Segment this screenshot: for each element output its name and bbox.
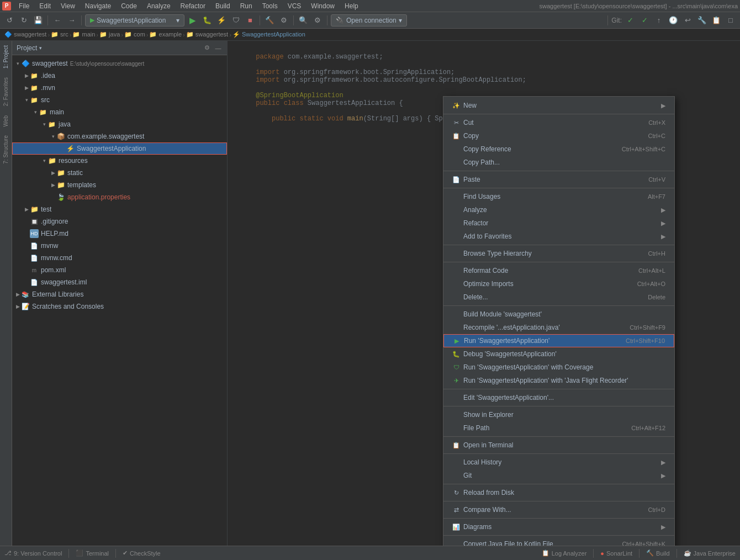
- version-control-tab[interactable]: ⎇ 9: Version Control: [4, 550, 62, 557]
- coverage-button[interactable]: 🛡: [230, 14, 242, 27]
- tree-properties[interactable]: ▶ 🍃 application.properties: [12, 191, 227, 203]
- breadcrumb-src[interactable]: 📁 src: [51, 31, 68, 38]
- ctx-local-history[interactable]: Local History ▶: [443, 456, 674, 469]
- git-history[interactable]: 🕐: [667, 14, 679, 27]
- tree-mvnw[interactable]: ▶ 📄 mvnw: [12, 240, 227, 252]
- ctx-edit-config[interactable]: Edit 'SwaggertestApplication'...: [443, 391, 674, 404]
- tree-idea[interactable]: ▶ 📁 .idea: [12, 70, 227, 82]
- menu-refactor[interactable]: Refactor: [176, 1, 210, 11]
- breadcrumb-swaggertest[interactable]: 🔷 swaggertest: [4, 31, 46, 38]
- tree-root[interactable]: ▾ 🔷 swaggertest E:\study\opensource\swag…: [12, 57, 227, 70]
- java-enterprise-tab[interactable]: ☕ Java Enterprise: [684, 550, 736, 557]
- tree-templates[interactable]: ▶ 📁 templates: [12, 179, 227, 191]
- menu-code[interactable]: Code: [117, 1, 141, 11]
- menu-help[interactable]: Help: [340, 1, 363, 11]
- ctx-file-path[interactable]: File Path Ctrl+Alt+F12: [443, 421, 674, 435]
- ctx-find-usages[interactable]: Find Usages Alt+F7: [443, 190, 674, 203]
- toolbar-forward[interactable]: ↻: [18, 14, 30, 27]
- stop-button[interactable]: ■: [244, 14, 256, 27]
- settings-btn[interactable]: ⚙: [311, 14, 324, 27]
- tree-helpmd[interactable]: ▶ HD HELP.md: [12, 228, 227, 240]
- menu-edit[interactable]: Edit: [35, 1, 55, 11]
- tree-pom[interactable]: ▶ m pom.xml: [12, 264, 227, 276]
- tree-static[interactable]: ▶ 📁 static: [12, 167, 227, 179]
- menu-window[interactable]: Window: [306, 1, 339, 11]
- ctx-copy-reference[interactable]: Copy Reference Ctrl+Alt+Shift+C: [443, 142, 674, 156]
- build-project-btn[interactable]: 🔨: [263, 14, 276, 27]
- tree-test[interactable]: ▶ 📁 test: [12, 203, 227, 215]
- ctx-recompile[interactable]: Recompile '...estApplication.java' Ctrl+…: [443, 321, 674, 334]
- tree-resources[interactable]: ▾ 📁 resources: [12, 155, 227, 167]
- ctx-compare-with[interactable]: ⇄ Compare With... Ctrl+D: [443, 503, 674, 516]
- ctx-run[interactable]: ▶ Run 'SwaggertestApplication' Ctrl+Shif…: [443, 334, 674, 347]
- ctx-git[interactable]: Git ▶: [443, 469, 674, 482]
- log-analyzer-tab[interactable]: 📋 Log Analyzer: [542, 550, 587, 557]
- open-connection-button[interactable]: 🔌 Open connection ▾: [331, 14, 407, 27]
- debug-button[interactable]: 🐛: [201, 14, 213, 27]
- build-tab[interactable]: 🔨 Build: [646, 550, 669, 557]
- checkstyle-tab[interactable]: ✔ CheckStyle: [123, 550, 161, 557]
- breadcrumb-main[interactable]: 📁 main: [72, 31, 95, 38]
- tree-java[interactable]: ▾ 📁 java: [12, 118, 227, 130]
- toolbar-more2[interactable]: □: [725, 14, 737, 27]
- tree-src[interactable]: ▾ 📁 src: [12, 94, 227, 106]
- breadcrumb-java[interactable]: 📁 java: [99, 31, 120, 38]
- ctx-analyze[interactable]: Analyze ▶: [443, 203, 674, 216]
- tab-structure[interactable]: 7: Structure: [2, 131, 10, 168]
- sonarlint-tab[interactable]: ● SonarLint: [600, 550, 632, 557]
- run-button[interactable]: ▶: [187, 14, 199, 27]
- run-config-dropdown[interactable]: ▶ SwaggertestApplication ▾: [85, 14, 184, 27]
- toolbar-more1[interactable]: 📋: [710, 14, 722, 27]
- ctx-build-module[interactable]: Build Module 'swaggertest': [443, 308, 674, 321]
- ctx-run-flight[interactable]: ✈ Run 'SwaggertestApplication' with 'Jav…: [443, 374, 674, 387]
- ctx-run-coverage[interactable]: 🛡 Run 'SwaggertestApplication' with Cove…: [443, 361, 674, 374]
- menu-analyze[interactable]: Analyze: [142, 1, 175, 11]
- ctx-copy[interactable]: 📋 Copy Ctrl+C: [443, 129, 674, 142]
- search-everywhere[interactable]: 🔍: [297, 14, 309, 27]
- tab-web[interactable]: Web: [2, 111, 10, 131]
- tab-project[interactable]: 1: Project: [2, 41, 10, 73]
- tree-mvnwcmd[interactable]: ▶ 📄 mvnw.cmd: [12, 252, 227, 264]
- git-wrench[interactable]: 🔧: [696, 14, 708, 27]
- ctx-add-favorites[interactable]: Add to Favorites ▶: [443, 230, 674, 243]
- ctx-optimize-imports[interactable]: Optimize Imports Ctrl+Alt+O: [443, 277, 674, 290]
- ctx-paste[interactable]: 📄 Paste Ctrl+V: [443, 173, 674, 186]
- tree-iml[interactable]: ▶ 📄 swaggertest.iml: [12, 276, 227, 288]
- menu-view[interactable]: View: [56, 1, 80, 11]
- ctx-copy-path[interactable]: Copy Path...: [443, 156, 674, 169]
- ctx-convert-kotlin[interactable]: Convert Java File to Kotlin File Ctrl+Al…: [443, 537, 674, 546]
- ctx-browse-hierarchy[interactable]: Browse Type Hierarchy Ctrl+H: [443, 247, 674, 260]
- tree-gitignore[interactable]: ▶ 🔲 .gitignore: [12, 215, 227, 228]
- build-btn2[interactable]: ⚙: [278, 14, 290, 27]
- ctx-delete[interactable]: Delete... Delete: [443, 290, 674, 304]
- git-checkmark1[interactable]: ✓: [624, 14, 636, 27]
- ctx-refactor[interactable]: Refactor ▶: [443, 216, 674, 230]
- git-rollback[interactable]: ↩: [681, 14, 694, 27]
- ctx-debug[interactable]: 🐛 Debug 'SwaggertestApplication': [443, 347, 674, 361]
- breadcrumb-swaggertest2[interactable]: 📁 swaggertest: [186, 31, 228, 38]
- tree-external-libraries[interactable]: ▶ 📚 External Libraries: [12, 288, 227, 300]
- ctx-diagrams[interactable]: 📊 Diagrams ▶: [443, 520, 674, 533]
- menu-file[interactable]: File: [14, 1, 34, 11]
- toolbar-nav-forward[interactable]: →: [66, 14, 78, 27]
- menu-tools[interactable]: Tools: [258, 1, 282, 11]
- git-push[interactable]: ↑: [653, 14, 665, 27]
- tab-favorites[interactable]: 2: Favorites: [2, 73, 10, 110]
- breadcrumb-example[interactable]: 📁 example: [149, 31, 182, 38]
- menu-navigate[interactable]: Navigate: [81, 1, 115, 11]
- tree-mvn[interactable]: ▶ 📁 .mvn: [12, 82, 227, 94]
- git-checkmark2[interactable]: ✓: [638, 14, 651, 27]
- breadcrumb-current-file[interactable]: ⚡ SwaggertestApplication: [232, 31, 305, 38]
- tree-main[interactable]: ▾ 📁 main: [12, 106, 227, 118]
- toolbar-back[interactable]: ↺: [3, 14, 15, 27]
- ctx-reload-disk[interactable]: ↻ Reload from Disk: [443, 486, 674, 499]
- tree-package[interactable]: ▾ 📦 com.example.swaggertest: [12, 130, 227, 142]
- ctx-reformat[interactable]: Reformat Code Ctrl+Alt+L: [443, 264, 674, 277]
- menu-run[interactable]: Run: [236, 1, 257, 11]
- ctx-new[interactable]: ✨ New ▶: [443, 99, 674, 112]
- ctx-show-explorer[interactable]: Show in Explorer: [443, 408, 674, 421]
- breadcrumb-com[interactable]: 📁 com: [124, 31, 145, 38]
- tree-main-class[interactable]: ▶ ⚡ SwaggertestApplication: [12, 142, 227, 155]
- ctx-open-terminal[interactable]: 📋 Open in Terminal: [443, 439, 674, 452]
- tree-scratches[interactable]: ▶ 📝 Scratches and Consoles: [12, 300, 227, 313]
